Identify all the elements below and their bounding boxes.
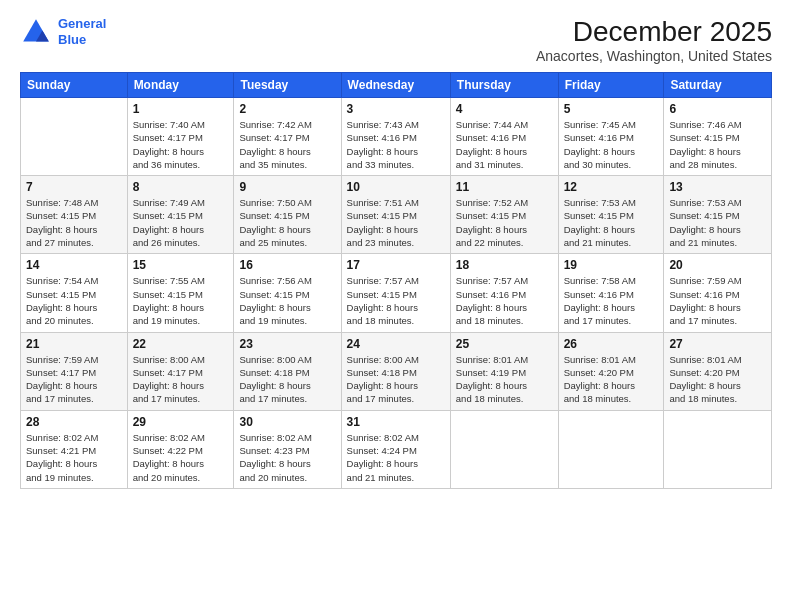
table-row: 2Sunrise: 7:42 AM Sunset: 4:17 PM Daylig… <box>234 98 341 176</box>
table-row: 11Sunrise: 7:52 AM Sunset: 4:15 PM Dayli… <box>450 176 558 254</box>
day-number: 4 <box>456 102 553 116</box>
day-detail: Sunrise: 7:51 AM Sunset: 4:15 PM Dayligh… <box>347 196 445 249</box>
day-number: 12 <box>564 180 659 194</box>
table-row <box>450 410 558 488</box>
day-number: 25 <box>456 337 553 351</box>
table-row: 29Sunrise: 8:02 AM Sunset: 4:22 PM Dayli… <box>127 410 234 488</box>
day-number: 2 <box>239 102 335 116</box>
day-detail: Sunrise: 8:00 AM Sunset: 4:18 PM Dayligh… <box>239 353 335 406</box>
table-row: 17Sunrise: 7:57 AM Sunset: 4:15 PM Dayli… <box>341 254 450 332</box>
table-row: 18Sunrise: 7:57 AM Sunset: 4:16 PM Dayli… <box>450 254 558 332</box>
day-number: 8 <box>133 180 229 194</box>
logo: General Blue <box>20 16 106 48</box>
day-number: 13 <box>669 180 766 194</box>
day-number: 19 <box>564 258 659 272</box>
day-detail: Sunrise: 7:46 AM Sunset: 4:15 PM Dayligh… <box>669 118 766 171</box>
day-number: 23 <box>239 337 335 351</box>
day-detail: Sunrise: 7:57 AM Sunset: 4:16 PM Dayligh… <box>456 274 553 327</box>
day-number: 3 <box>347 102 445 116</box>
header-monday: Monday <box>127 73 234 98</box>
table-row: 24Sunrise: 8:00 AM Sunset: 4:18 PM Dayli… <box>341 332 450 410</box>
day-number: 27 <box>669 337 766 351</box>
table-row: 15Sunrise: 7:55 AM Sunset: 4:15 PM Dayli… <box>127 254 234 332</box>
month-title: December 2025 <box>536 16 772 48</box>
day-number: 31 <box>347 415 445 429</box>
table-row: 5Sunrise: 7:45 AM Sunset: 4:16 PM Daylig… <box>558 98 664 176</box>
table-row: 31Sunrise: 8:02 AM Sunset: 4:24 PM Dayli… <box>341 410 450 488</box>
day-number: 29 <box>133 415 229 429</box>
logo-icon <box>20 16 52 48</box>
day-number: 15 <box>133 258 229 272</box>
table-row: 1Sunrise: 7:40 AM Sunset: 4:17 PM Daylig… <box>127 98 234 176</box>
day-detail: Sunrise: 7:45 AM Sunset: 4:16 PM Dayligh… <box>564 118 659 171</box>
day-number: 28 <box>26 415 122 429</box>
table-row: 30Sunrise: 8:02 AM Sunset: 4:23 PM Dayli… <box>234 410 341 488</box>
day-detail: Sunrise: 7:59 AM Sunset: 4:17 PM Dayligh… <box>26 353 122 406</box>
day-detail: Sunrise: 8:01 AM Sunset: 4:20 PM Dayligh… <box>669 353 766 406</box>
day-number: 17 <box>347 258 445 272</box>
calendar-week-3: 14Sunrise: 7:54 AM Sunset: 4:15 PM Dayli… <box>21 254 772 332</box>
logo-text: General Blue <box>58 16 106 47</box>
day-detail: Sunrise: 8:00 AM Sunset: 4:18 PM Dayligh… <box>347 353 445 406</box>
day-number: 1 <box>133 102 229 116</box>
table-row <box>21 98 128 176</box>
table-row: 12Sunrise: 7:53 AM Sunset: 4:15 PM Dayli… <box>558 176 664 254</box>
day-detail: Sunrise: 7:53 AM Sunset: 4:15 PM Dayligh… <box>669 196 766 249</box>
table-row: 8Sunrise: 7:49 AM Sunset: 4:15 PM Daylig… <box>127 176 234 254</box>
table-row: 6Sunrise: 7:46 AM Sunset: 4:15 PM Daylig… <box>664 98 772 176</box>
table-row: 19Sunrise: 7:58 AM Sunset: 4:16 PM Dayli… <box>558 254 664 332</box>
day-number: 14 <box>26 258 122 272</box>
header-friday: Friday <box>558 73 664 98</box>
table-row: 10Sunrise: 7:51 AM Sunset: 4:15 PM Dayli… <box>341 176 450 254</box>
location: Anacortes, Washington, United States <box>536 48 772 64</box>
table-row: 3Sunrise: 7:43 AM Sunset: 4:16 PM Daylig… <box>341 98 450 176</box>
table-row: 16Sunrise: 7:56 AM Sunset: 4:15 PM Dayli… <box>234 254 341 332</box>
header-tuesday: Tuesday <box>234 73 341 98</box>
day-detail: Sunrise: 7:44 AM Sunset: 4:16 PM Dayligh… <box>456 118 553 171</box>
day-detail: Sunrise: 7:49 AM Sunset: 4:15 PM Dayligh… <box>133 196 229 249</box>
calendar-week-4: 21Sunrise: 7:59 AM Sunset: 4:17 PM Dayli… <box>21 332 772 410</box>
day-number: 6 <box>669 102 766 116</box>
day-detail: Sunrise: 7:52 AM Sunset: 4:15 PM Dayligh… <box>456 196 553 249</box>
day-detail: Sunrise: 7:59 AM Sunset: 4:16 PM Dayligh… <box>669 274 766 327</box>
header-saturday: Saturday <box>664 73 772 98</box>
table-row: 22Sunrise: 8:00 AM Sunset: 4:17 PM Dayli… <box>127 332 234 410</box>
title-block: December 2025 Anacortes, Washington, Uni… <box>536 16 772 64</box>
day-number: 22 <box>133 337 229 351</box>
day-detail: Sunrise: 7:56 AM Sunset: 4:15 PM Dayligh… <box>239 274 335 327</box>
day-detail: Sunrise: 8:02 AM Sunset: 4:24 PM Dayligh… <box>347 431 445 484</box>
calendar-week-5: 28Sunrise: 8:02 AM Sunset: 4:21 PM Dayli… <box>21 410 772 488</box>
day-number: 11 <box>456 180 553 194</box>
table-row: 4Sunrise: 7:44 AM Sunset: 4:16 PM Daylig… <box>450 98 558 176</box>
header-thursday: Thursday <box>450 73 558 98</box>
day-detail: Sunrise: 7:57 AM Sunset: 4:15 PM Dayligh… <box>347 274 445 327</box>
day-detail: Sunrise: 7:40 AM Sunset: 4:17 PM Dayligh… <box>133 118 229 171</box>
table-row: 28Sunrise: 8:02 AM Sunset: 4:21 PM Dayli… <box>21 410 128 488</box>
day-detail: Sunrise: 8:02 AM Sunset: 4:21 PM Dayligh… <box>26 431 122 484</box>
day-number: 16 <box>239 258 335 272</box>
calendar-week-1: 1Sunrise: 7:40 AM Sunset: 4:17 PM Daylig… <box>21 98 772 176</box>
day-detail: Sunrise: 8:01 AM Sunset: 4:20 PM Dayligh… <box>564 353 659 406</box>
table-row: 25Sunrise: 8:01 AM Sunset: 4:19 PM Dayli… <box>450 332 558 410</box>
table-row: 27Sunrise: 8:01 AM Sunset: 4:20 PM Dayli… <box>664 332 772 410</box>
day-number: 10 <box>347 180 445 194</box>
table-row: 23Sunrise: 8:00 AM Sunset: 4:18 PM Dayli… <box>234 332 341 410</box>
day-number: 9 <box>239 180 335 194</box>
day-number: 18 <box>456 258 553 272</box>
table-row: 20Sunrise: 7:59 AM Sunset: 4:16 PM Dayli… <box>664 254 772 332</box>
day-detail: Sunrise: 7:43 AM Sunset: 4:16 PM Dayligh… <box>347 118 445 171</box>
table-row <box>558 410 664 488</box>
day-detail: Sunrise: 7:53 AM Sunset: 4:15 PM Dayligh… <box>564 196 659 249</box>
header-sunday: Sunday <box>21 73 128 98</box>
day-detail: Sunrise: 7:58 AM Sunset: 4:16 PM Dayligh… <box>564 274 659 327</box>
day-detail: Sunrise: 7:42 AM Sunset: 4:17 PM Dayligh… <box>239 118 335 171</box>
table-row: 14Sunrise: 7:54 AM Sunset: 4:15 PM Dayli… <box>21 254 128 332</box>
table-row: 7Sunrise: 7:48 AM Sunset: 4:15 PM Daylig… <box>21 176 128 254</box>
day-detail: Sunrise: 7:55 AM Sunset: 4:15 PM Dayligh… <box>133 274 229 327</box>
table-row: 26Sunrise: 8:01 AM Sunset: 4:20 PM Dayli… <box>558 332 664 410</box>
header: General Blue December 2025 Anacortes, Wa… <box>20 16 772 64</box>
day-detail: Sunrise: 8:02 AM Sunset: 4:23 PM Dayligh… <box>239 431 335 484</box>
header-wednesday: Wednesday <box>341 73 450 98</box>
calendar-table: Sunday Monday Tuesday Wednesday Thursday… <box>20 72 772 489</box>
day-detail: Sunrise: 7:48 AM Sunset: 4:15 PM Dayligh… <box>26 196 122 249</box>
